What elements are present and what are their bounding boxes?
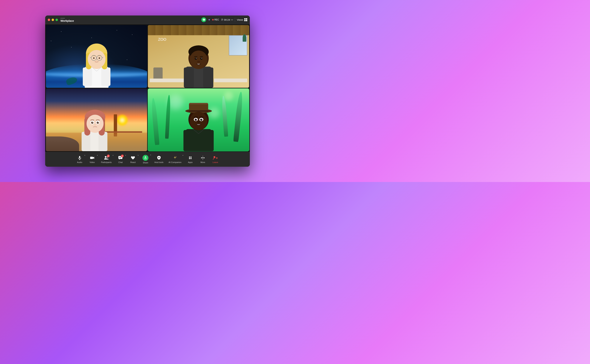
- avatar-hat-kid: [175, 92, 222, 151]
- svg-rect-52: [189, 103, 208, 104]
- timer-chevron-icon[interactable]: ▾: [231, 19, 233, 21]
- svg-point-60: [201, 119, 202, 119]
- minimize-button[interactable]: [52, 19, 54, 21]
- avatar-blonde: [73, 31, 121, 88]
- leave-button[interactable]: Leave: [209, 154, 221, 164]
- svg-point-59: [196, 119, 196, 119]
- recording-badge: REC: [212, 19, 219, 21]
- ai-sparkle-icon[interactable]: ✦: [208, 18, 210, 22]
- chat-badge: 1: [121, 155, 124, 157]
- svg-point-26: [196, 58, 196, 59]
- svg-point-27: [201, 58, 202, 59]
- svg-point-8: [88, 50, 105, 68]
- close-button[interactable]: [48, 19, 50, 21]
- svg-rect-1: [83, 67, 92, 86]
- video-button[interactable]: Video ▾: [86, 154, 98, 164]
- rec-dot-icon: [212, 19, 214, 20]
- host-shield-icon: [156, 155, 162, 160]
- people-icon: 3: [104, 155, 109, 160]
- zoom-window: zoom Workplace ✦ REC ⏱ 00:24 ▾ Views: [45, 15, 250, 167]
- svg-point-23: [190, 51, 207, 69]
- camera-icon: [90, 155, 95, 160]
- svg-point-44: [94, 124, 96, 126]
- apps-grid-icon: [188, 155, 193, 160]
- titlebar-right-controls: ✦ REC ⏱ 00:24 ▾ Views: [201, 17, 247, 22]
- chat-chevron-icon: ▾: [125, 155, 126, 156]
- ai-companion-chevron-icon: ▾: [182, 155, 183, 156]
- bokeh3: [224, 92, 233, 101]
- plant: [243, 34, 246, 42]
- svg-point-58: [200, 119, 202, 121]
- svg-point-57: [195, 119, 197, 121]
- svg-point-71: [158, 157, 160, 158]
- security-shield-icon[interactable]: [201, 17, 206, 22]
- svg-point-54: [190, 112, 207, 130]
- participants-label: Participants: [101, 161, 111, 163]
- react-label: React: [130, 161, 136, 163]
- svg-point-72: [189, 156, 190, 158]
- share-button[interactable]: Share ▾: [140, 154, 151, 165]
- svg-point-73: [190, 156, 192, 158]
- chair: [153, 67, 163, 78]
- views-label: Views: [237, 19, 243, 21]
- participants-button[interactable]: 3 Participants ▾: [99, 154, 114, 164]
- ai-companion-button[interactable]: AI Companion ▾: [166, 154, 184, 164]
- svg-rect-46: [183, 130, 193, 151]
- share-label: Share: [143, 162, 148, 164]
- chat-icon: 1: [118, 155, 123, 160]
- svg-rect-47: [204, 130, 214, 151]
- mic-icon: [77, 155, 82, 160]
- svg-point-75: [190, 158, 192, 159]
- video-cell-1[interactable]: [46, 25, 147, 88]
- chat-label: Chat: [118, 161, 123, 163]
- video-cell-3[interactable]: [46, 89, 147, 151]
- svg-point-80: [202, 159, 203, 160]
- brand-zoom-label: zoom: [60, 17, 74, 19]
- audio-button[interactable]: Audio ▾: [74, 154, 85, 164]
- share-icon: [143, 155, 149, 161]
- participants-chevron-icon: ▾: [113, 155, 113, 156]
- toolbar: Audio ▾ Video ▾ 3: [45, 152, 250, 167]
- apps-button[interactable]: Apps: [184, 154, 196, 164]
- avatar-dark: [175, 32, 222, 88]
- views-button[interactable]: Views: [237, 18, 247, 21]
- more-button[interactable]: More: [197, 154, 209, 164]
- avatar-pink-hair: [73, 96, 116, 151]
- svg-point-61: [197, 121, 200, 123]
- host-tools-button[interactable]: Host tools: [152, 154, 166, 164]
- video-label: Video: [90, 161, 95, 163]
- svg-point-24: [195, 58, 197, 60]
- svg-point-41: [97, 122, 99, 124]
- svg-point-15: [93, 57, 95, 59]
- audio-chevron-icon: ▾: [84, 155, 85, 156]
- svg-rect-65: [90, 157, 93, 159]
- app-brand: zoom Workplace: [60, 17, 74, 22]
- share-chevron-icon: ▾: [150, 154, 151, 156]
- ai-companion-label: AI Companion: [169, 161, 182, 163]
- svg-point-37: [86, 115, 104, 132]
- audio-label: Audio: [77, 161, 82, 163]
- leave-icon: [213, 155, 218, 160]
- svg-point-66: [105, 156, 106, 158]
- rec-label: REC: [214, 19, 219, 21]
- svg-point-28: [197, 61, 200, 63]
- video-cell-4[interactable]: [148, 89, 249, 151]
- react-chevron-icon: ▾: [138, 155, 138, 156]
- svg-point-25: [200, 58, 202, 60]
- timer-value: 00:24: [224, 19, 230, 21]
- svg-point-78: [204, 157, 205, 158]
- more-dots-icon: [200, 155, 205, 160]
- meeting-timer: ⏱ 00:24 ▾: [221, 19, 233, 21]
- video-grid: ZOO: [45, 24, 250, 152]
- participants-badge: 3: [107, 155, 110, 157]
- video-cell-2[interactable]: ZOO: [148, 25, 249, 88]
- svg-rect-53: [189, 110, 208, 112]
- leave-label: Leave: [213, 161, 218, 163]
- react-button[interactable]: React ▾: [127, 154, 139, 164]
- chat-button[interactable]: 1 Chat ▾: [115, 154, 126, 164]
- svg-rect-2: [101, 67, 110, 86]
- svg-point-81: [214, 156, 215, 158]
- maximize-button[interactable]: [56, 19, 58, 21]
- svg-point-76: [201, 157, 202, 158]
- svg-rect-62: [79, 156, 80, 158]
